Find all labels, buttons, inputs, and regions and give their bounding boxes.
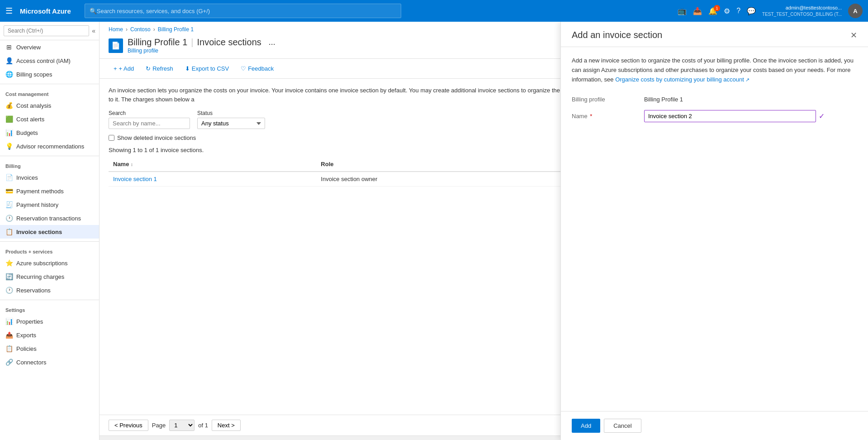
- page-select[interactable]: 1: [169, 420, 194, 431]
- show-deleted-label[interactable]: Show deleted invoice sections: [117, 134, 196, 141]
- hamburger-icon[interactable]: ☰: [5, 6, 13, 16]
- status-filter: Status Any status Active Closed Deleted: [197, 110, 265, 129]
- cost-alerts-icon: 🟩: [5, 115, 13, 123]
- feedback-icon[interactable]: 💬: [747, 7, 756, 15]
- previous-button[interactable]: < Previous: [109, 420, 148, 431]
- col-name-label: Name: [113, 161, 129, 167]
- status-filter-label: Status: [197, 110, 265, 116]
- sidebar-item-label: Budgets: [16, 129, 38, 136]
- col-name[interactable]: Name ↕: [109, 157, 316, 172]
- add-button[interactable]: + + Add: [109, 62, 139, 75]
- divider-products: [0, 241, 99, 242]
- sidebar-item-payment-methods[interactable]: 💳 Payment methods: [0, 184, 99, 198]
- export-csv-button[interactable]: ⬇ Export to CSV: [180, 62, 234, 75]
- sidebar-item-cost-analysis[interactable]: 💰 Cost analysis: [0, 99, 99, 112]
- status-filter-select[interactable]: Any status Active Closed Deleted: [197, 118, 265, 129]
- panel-header: Add an invoice section ✕: [561, 22, 868, 47]
- gear-icon[interactable]: ⚙: [724, 7, 730, 15]
- sidebar-item-payment-history[interactable]: 🧾 Payment history: [0, 198, 99, 211]
- col-role-label: Role: [321, 161, 333, 167]
- panel-footer: Add Cancel: [561, 411, 868, 440]
- sidebar-search-container: «: [0, 22, 99, 40]
- panel-title: Add an invoice section: [572, 30, 662, 40]
- panel-link-text: Organize costs by cutomizing your billin…: [615, 76, 744, 83]
- sidebar-item-policies[interactable]: 📋 Policies: [0, 342, 99, 355]
- refresh-button[interactable]: ↻ Refresh: [141, 62, 178, 75]
- divider-billing: [0, 156, 99, 156]
- global-search[interactable]: 🔍: [85, 4, 401, 18]
- panel-cancel-button[interactable]: Cancel: [604, 419, 641, 433]
- sidebar-item-reservations[interactable]: 🕐 Reservations: [0, 283, 99, 297]
- sidebar-item-overview[interactable]: ⊞ Overview: [0, 40, 99, 54]
- search-input[interactable]: [97, 8, 396, 14]
- right-panel: Add an invoice section ✕ Add a new invoi…: [560, 22, 868, 440]
- panel-close-button[interactable]: ✕: [850, 30, 857, 40]
- app-logo: Microsoft Azure: [20, 7, 71, 15]
- reservation-transactions-icon: 🕐: [5, 215, 13, 222]
- sidebar-item-label: Billing scopes: [16, 71, 52, 78]
- portal-settings-icon[interactable]: 📺: [678, 7, 687, 15]
- name-input[interactable]: [644, 110, 816, 122]
- sidebar-item-properties[interactable]: 📊 Properties: [0, 315, 99, 328]
- sidebar-item-access-control[interactable]: 👤 Access control (IAM): [0, 54, 99, 67]
- sidebar-item-label: Policies: [16, 345, 37, 352]
- invoices-icon: 📄: [5, 174, 13, 181]
- payment-history-icon: 🧾: [5, 201, 13, 208]
- sidebar-search-input[interactable]: [4, 25, 89, 36]
- panel-link[interactable]: Organize costs by cutomizing your billin…: [615, 76, 749, 83]
- sidebar-item-exports[interactable]: 📤 Exports: [0, 328, 99, 342]
- input-check-icon: ✓: [819, 112, 825, 120]
- search-filter-label: Search: [109, 110, 190, 116]
- divider-cost: [0, 84, 99, 84]
- reservations-icon: 🕐: [5, 287, 13, 294]
- row-role-value: Invoice section owner: [321, 176, 377, 182]
- sidebar-item-budgets[interactable]: 📊 Budgets: [0, 126, 99, 139]
- search-filter-input[interactable]: [109, 118, 190, 129]
- exports-icon: 📤: [5, 331, 13, 339]
- more-options-button[interactable]: ...: [269, 38, 275, 47]
- overview-icon: ⊞: [5, 43, 13, 51]
- breadcrumb-home[interactable]: Home: [109, 26, 123, 33]
- sidebar-item-advisor[interactable]: 💡 Advisor recommendations: [0, 139, 99, 153]
- sidebar-item-recurring-charges[interactable]: 🔄 Recurring charges: [0, 270, 99, 283]
- sidebar-item-label: Reservation transactions: [16, 215, 81, 222]
- show-deleted-checkbox[interactable]: [109, 135, 114, 141]
- sidebar-item-reservation-transactions[interactable]: 🕐 Reservation transactions: [0, 211, 99, 225]
- breadcrumb-sep1: ›: [126, 26, 128, 33]
- connectors-icon: 🔗: [5, 359, 13, 366]
- sidebar-item-invoice-sections[interactable]: 📋 Invoice sections: [0, 225, 99, 239]
- sidebar-item-billing-scopes[interactable]: 🌐 Billing scopes: [0, 67, 99, 81]
- search-filter: Search: [109, 110, 190, 129]
- topbar: ☰ Microsoft Azure 🔍 📺 📥 🔔 1 ⚙ ? 💬 admin@…: [0, 0, 868, 22]
- feedback-icon: ♡: [241, 65, 246, 72]
- sidebar-item-label: Connectors: [16, 359, 46, 366]
- invoice-section-link[interactable]: Invoice section 1: [113, 176, 157, 182]
- breadcrumb-contoso[interactable]: Contoso: [130, 26, 151, 33]
- section-label-settings: Settings: [0, 303, 99, 315]
- page-label: Page: [152, 422, 166, 429]
- payment-methods-icon: 💳: [5, 187, 13, 195]
- azure-subscriptions-icon: ⭐: [5, 259, 13, 267]
- sidebar-item-label: Invoice sections: [16, 229, 62, 235]
- bell-icon[interactable]: 🔔 1: [708, 7, 717, 15]
- panel-add-button[interactable]: Add: [572, 419, 600, 433]
- next-button[interactable]: Next >: [212, 420, 241, 431]
- user-menu[interactable]: admin@testtestcontoso... TEST_TEST_CONTO…: [762, 5, 842, 17]
- sidebar-item-cost-alerts[interactable]: 🟩 Cost alerts: [0, 112, 99, 126]
- search-icon: 🔍: [90, 8, 97, 14]
- avatar[interactable]: A: [848, 4, 863, 18]
- sidebar-item-azure-subscriptions[interactable]: ⭐ Azure subscriptions: [0, 256, 99, 270]
- notifications-icon[interactable]: 📥: [693, 7, 702, 15]
- help-icon[interactable]: ?: [736, 7, 740, 15]
- panel-billing-profile-field: Billing profile Billing Profile 1: [572, 93, 857, 103]
- sidebar-item-invoices[interactable]: 📄 Invoices: [0, 171, 99, 184]
- breadcrumb-billing-profile[interactable]: Billing Profile 1: [158, 26, 194, 33]
- row-role-cell: Invoice section owner: [316, 172, 574, 187]
- feedback-button[interactable]: ♡ Feedback: [236, 62, 279, 75]
- sidebar-item-connectors[interactable]: 🔗 Connectors: [0, 355, 99, 369]
- sidebar-collapse-icon[interactable]: «: [92, 27, 95, 34]
- page-header-icon: 📄: [109, 38, 123, 53]
- refresh-label: Refresh: [152, 65, 173, 72]
- billing-profile-value: Billing Profile 1: [644, 93, 683, 103]
- invoice-sections-icon: 📋: [5, 228, 13, 235]
